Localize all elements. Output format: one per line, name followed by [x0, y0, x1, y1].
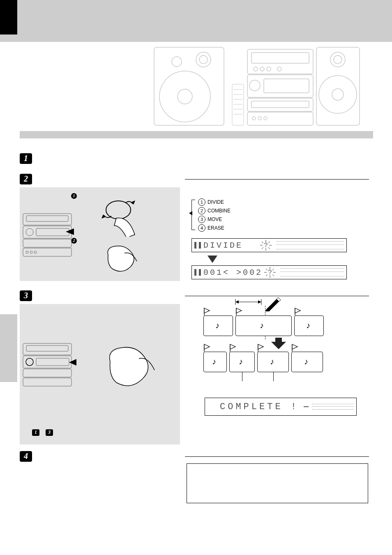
- svg-point-15: [254, 67, 258, 71]
- svg-point-25: [252, 117, 256, 120]
- svg-rect-67: [23, 356, 71, 368]
- svg-point-26: [258, 117, 261, 120]
- option-4: 4ERASE: [198, 224, 231, 233]
- svg-rect-38: [23, 239, 71, 247]
- step-3-panel: 1 3: [20, 304, 180, 444]
- tick-1: [242, 372, 242, 381]
- svg-marker-72: [69, 359, 76, 366]
- svg-point-27: [264, 117, 267, 120]
- svg-rect-24: [247, 112, 313, 125]
- step-marker-2: 2: [20, 174, 32, 184]
- lcd-tracks-text: 001< >002: [203, 268, 263, 277]
- step-4-rule: [185, 456, 369, 457]
- svg-point-30: [334, 55, 342, 64]
- track-before-2: ♪: [235, 315, 292, 336]
- hand-press-icon: [100, 339, 157, 396]
- svg-line-54: [268, 242, 270, 243]
- music-note-icon: ♪: [239, 357, 243, 366]
- sub-bullet-1: 1: [71, 193, 77, 199]
- side-gray-tab: [0, 314, 17, 382]
- svg-point-1: [196, 52, 211, 67]
- music-note-icon: ♪: [260, 321, 264, 330]
- svg-point-5: [178, 89, 192, 104]
- step-ref-3: 3: [46, 429, 53, 436]
- hand-press-icon: [96, 239, 141, 280]
- lcd-complete: COMPLETE !: [205, 398, 357, 416]
- step-marker-4: 4: [20, 451, 32, 462]
- step-2-rule: [185, 179, 369, 180]
- option-1: 1DIVIDE: [198, 198, 231, 207]
- option-3: 3MOVE: [198, 215, 231, 224]
- svg-rect-19: [247, 75, 313, 97]
- music-note-icon: ♪: [212, 357, 216, 366]
- option-2: 2COMBINE: [198, 207, 231, 215]
- step-ref-1: 1: [32, 429, 39, 436]
- flags-row-2: [202, 343, 325, 352]
- svg-line-61: [272, 274, 274, 276]
- svg-text:?: ?: [264, 242, 268, 249]
- svg-point-16: [260, 67, 264, 71]
- svg-rect-33: [23, 214, 71, 225]
- music-note-icon: ♪: [270, 357, 274, 366]
- lcd-dotted-area: [277, 241, 344, 249]
- svg-point-40: [26, 251, 28, 253]
- pause-icon: [194, 269, 201, 276]
- svg-rect-70: [23, 369, 71, 377]
- bracket-arrow: [189, 211, 192, 215]
- svg-marker-43: [66, 228, 74, 235]
- lcd-tracks: 001< >002 ?: [191, 265, 347, 279]
- pause-icon: [194, 242, 201, 249]
- step-ref-row: 1 3: [32, 428, 53, 436]
- svg-line-51: [262, 242, 263, 243]
- track-before-3: ♪: [294, 315, 324, 336]
- track-after-2: ♪: [229, 352, 255, 372]
- svg-point-17: [267, 67, 271, 71]
- header-gray-bar: [0, 0, 392, 42]
- track-divide-diagram: ♪ ♪ ♪ ♪ ♪ ♪ ♪: [203, 298, 335, 385]
- svg-rect-0: [154, 47, 224, 125]
- music-note-icon: ♪: [304, 357, 308, 366]
- lcd-dotted-area: [312, 404, 354, 410]
- step-marker-1: 1: [20, 153, 32, 164]
- svg-point-2: [199, 55, 208, 64]
- svg-point-18: [277, 67, 281, 71]
- svg-marker-45: [131, 200, 135, 205]
- svg-point-44: [106, 201, 131, 219]
- lcd-dotted-area: [281, 268, 344, 276]
- svg-text:?: ?: [268, 269, 272, 276]
- svg-line-63: [272, 269, 274, 270]
- svg-rect-69: [36, 358, 69, 366]
- stereo-thumbnail: [20, 342, 77, 389]
- svg-point-4: [159, 71, 210, 122]
- svg-marker-74: [235, 300, 239, 304]
- product-illustration: [152, 45, 362, 127]
- svg-rect-22: [247, 98, 313, 111]
- svg-point-32: [332, 89, 344, 100]
- svg-marker-81: [204, 308, 210, 313]
- svg-rect-35: [23, 226, 71, 238]
- track-before-1: ♪: [203, 315, 233, 336]
- svg-point-29: [330, 52, 345, 67]
- flags-row-1: [202, 307, 325, 316]
- track-after-3: ♪: [257, 352, 289, 372]
- options-list: 1DIVIDE 2COMBINE 3MOVE 4ERASE: [198, 198, 231, 233]
- svg-rect-34: [26, 216, 68, 221]
- svg-line-62: [266, 274, 267, 276]
- svg-line-52: [268, 247, 270, 249]
- option-4-label: ERASE: [208, 225, 224, 231]
- stereo-thumbnail: [20, 212, 77, 259]
- svg-point-36: [26, 228, 33, 236]
- svg-point-31: [319, 76, 357, 113]
- step-3-rule: [185, 296, 369, 296]
- svg-point-3: [172, 57, 182, 67]
- svg-rect-6: [232, 84, 244, 125]
- track-after-1: ♪: [203, 352, 227, 372]
- svg-rect-23: [251, 101, 309, 108]
- svg-point-68: [26, 358, 33, 366]
- svg-rect-39: [23, 248, 71, 256]
- lcd-divide: DIVIDE ?: [191, 238, 347, 252]
- svg-rect-14: [251, 53, 309, 63]
- svg-rect-71: [23, 378, 71, 386]
- tick-2: [273, 372, 274, 381]
- svg-point-20: [249, 80, 260, 91]
